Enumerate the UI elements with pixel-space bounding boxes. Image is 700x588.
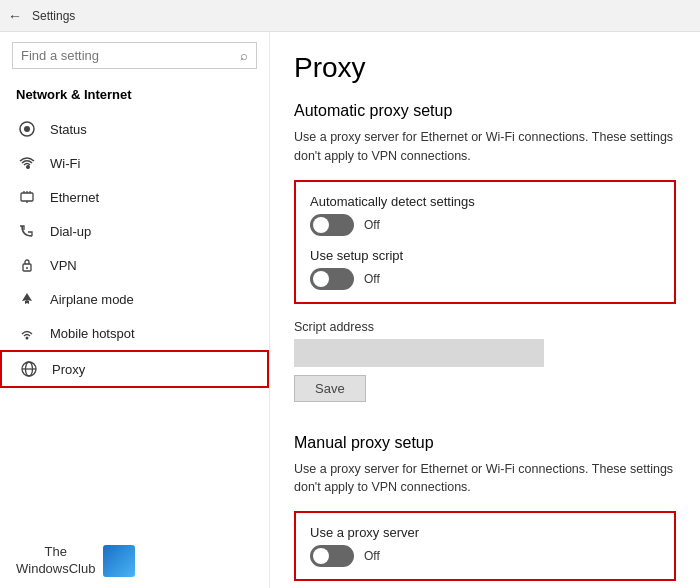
setup-script-label: Use setup script [310,248,660,263]
svg-point-9 [26,337,29,340]
main-layout: ⌕ Network & Internet Status Wi-Fi [0,32,700,588]
proxy-icon [18,361,40,377]
sidebar-item-airplane[interactable]: Airplane mode [0,282,269,316]
use-proxy-state: Off [364,549,380,563]
status-label: Status [50,122,87,137]
save-button[interactable]: Save [294,375,366,402]
svg-rect-2 [21,193,33,201]
svg-point-1 [24,126,30,132]
auto-section-title: Automatic proxy setup [294,102,676,120]
content-area: Proxy Automatic proxy setup Use a proxy … [270,32,700,588]
auto-detect-track [310,214,354,236]
auto-settings-box: Automatically detect settings Off Use se… [294,180,676,304]
wifi-label: Wi-Fi [50,156,80,171]
setup-script-toggle-wrap: Off [310,268,660,290]
auto-detect-toggle[interactable] [310,214,354,236]
sidebar-item-vpn[interactable]: VPN [0,248,269,282]
watermark-line1: The [16,544,95,561]
watermark-line2: WindowsClub [16,561,95,578]
search-icon: ⌕ [240,48,248,63]
sidebar-watermark: The WindowsClub [0,534,269,588]
use-proxy-label: Use a proxy server [310,525,660,540]
use-proxy-track [310,545,354,567]
script-address-label: Script address [294,320,676,334]
watermark-logo [103,545,135,577]
use-proxy-thumb [313,548,329,564]
sidebar: ⌕ Network & Internet Status Wi-Fi [0,32,270,588]
svg-point-8 [26,267,28,269]
airplane-icon [16,291,38,307]
sidebar-item-ethernet[interactable]: Ethernet [0,180,269,214]
title-bar: ← Settings [0,0,700,32]
auto-detect-toggle-wrap: Off [310,214,660,236]
proxy-label: Proxy [52,362,85,377]
sidebar-item-status[interactable]: Status [0,112,269,146]
airplane-label: Airplane mode [50,292,134,307]
vpn-icon [16,257,38,273]
manual-section-title: Manual proxy setup [294,434,676,452]
ethernet-icon [16,189,38,205]
use-proxy-toggle[interactable] [310,545,354,567]
dialup-label: Dial-up [50,224,91,239]
use-proxy-toggle-wrap: Off [310,545,660,567]
script-address-section: Script address Save [294,320,676,402]
setup-script-row: Use setup script Off [310,248,660,290]
vpn-label: VPN [50,258,77,273]
setup-script-track [310,268,354,290]
sidebar-item-hotspot[interactable]: Mobile hotspot [0,316,269,350]
auto-section-desc: Use a proxy server for Ethernet or Wi-Fi… [294,128,676,166]
setup-script-thumb [313,271,329,287]
ethernet-label: Ethernet [50,190,99,205]
search-input[interactable] [21,48,240,63]
back-button[interactable]: ← [8,8,22,24]
manual-section-desc: Use a proxy server for Ethernet or Wi-Fi… [294,460,676,498]
setup-script-toggle[interactable] [310,268,354,290]
use-proxy-row: Use a proxy server Off [310,525,660,567]
auto-detect-state: Off [364,218,380,232]
auto-detect-thumb [313,217,329,233]
page-title: Proxy [294,52,676,84]
manual-settings-box: Use a proxy server Off [294,511,676,581]
setup-script-state: Off [364,272,380,286]
hotspot-label: Mobile hotspot [50,326,135,341]
auto-detect-label: Automatically detect settings [310,194,660,209]
sidebar-item-wifi[interactable]: Wi-Fi [0,146,269,180]
watermark-text: The WindowsClub [16,544,95,578]
dialup-icon [16,223,38,239]
search-box[interactable]: ⌕ [12,42,257,69]
status-icon [16,121,38,137]
script-address-input[interactable] [294,339,544,367]
auto-detect-row: Automatically detect settings Off [310,194,660,236]
sidebar-item-proxy[interactable]: Proxy [0,350,269,388]
wifi-icon [16,155,38,171]
window-title: Settings [32,9,75,23]
sidebar-section-title: Network & Internet [0,79,269,112]
hotspot-icon [16,325,38,341]
sidebar-item-dialup[interactable]: Dial-up [0,214,269,248]
